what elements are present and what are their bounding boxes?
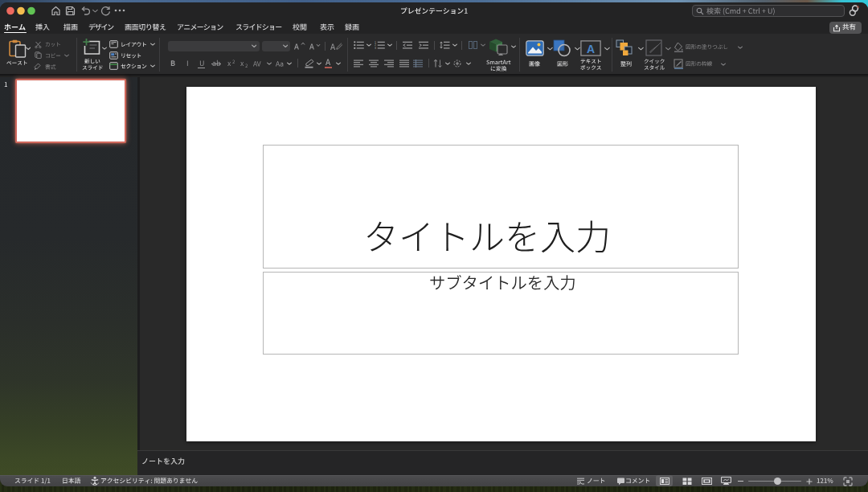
svg-text:A: A [587,43,595,55]
svg-text:3: 3 [375,47,376,49]
